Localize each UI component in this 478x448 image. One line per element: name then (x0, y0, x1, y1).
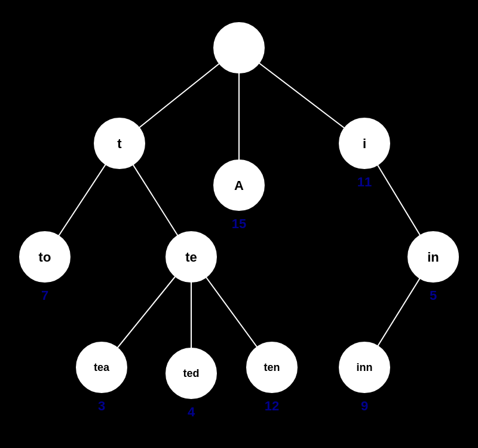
label-te: te (185, 250, 197, 265)
label-ted: ted (183, 367, 200, 379)
count-in: 5 (430, 288, 437, 303)
node-tea: tea3 (76, 342, 127, 413)
label-i: i (363, 136, 366, 151)
label-tea: tea (94, 361, 110, 373)
count-ted: 4 (188, 404, 195, 419)
node-ted: ted4 (166, 348, 216, 419)
count-ten: 12 (265, 398, 279, 413)
label-ten: ten (264, 361, 280, 373)
label-in: in (427, 250, 439, 265)
count-inn: 9 (361, 398, 368, 413)
label-inn: inn (357, 361, 373, 373)
node-ten: ten12 (247, 342, 297, 413)
label-t: t (117, 136, 122, 151)
label-A: A (234, 178, 244, 193)
count-tea: 3 (98, 398, 105, 413)
node-i: i11 (339, 118, 390, 189)
node-to: to7 (20, 232, 70, 303)
count-i: 11 (357, 174, 372, 189)
circle-root (214, 23, 264, 73)
node-in: in5 (408, 232, 458, 303)
label-to: to (39, 250, 51, 265)
node-inn: inn9 (339, 342, 390, 413)
tree-visualization: tA15i11to7tein5tea3ted4ten12inn9 (0, 0, 478, 448)
count-A: 15 (232, 216, 246, 231)
node-A: A15 (214, 160, 264, 231)
count-to: 7 (41, 288, 48, 303)
node-te: te (166, 232, 216, 282)
node-t: t (94, 118, 145, 168)
node-root (214, 23, 264, 73)
